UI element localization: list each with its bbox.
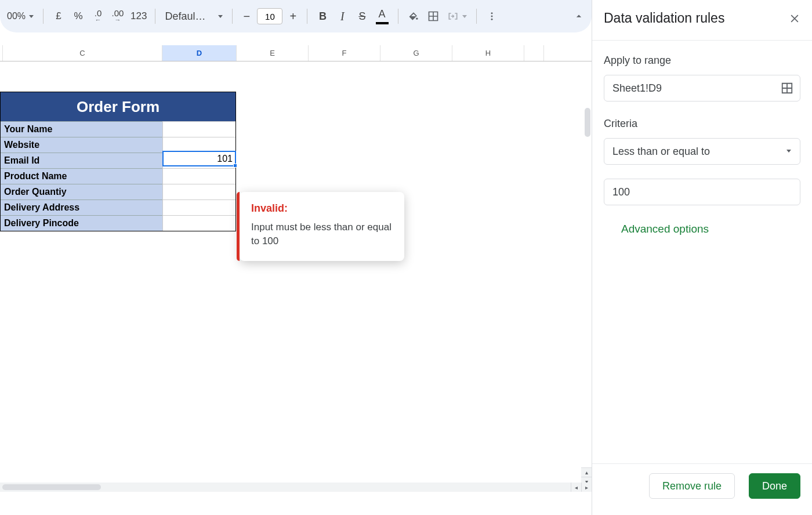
order-form-value-cell[interactable] [162, 184, 235, 200]
vertical-scrollbar-thumb[interactable] [585, 108, 590, 137]
order-form-row: Website [1, 137, 235, 153]
order-form-value-cell[interactable] [162, 137, 235, 153]
arrow-right-icon: → [115, 17, 121, 23]
more-toolbar-button[interactable] [483, 7, 501, 26]
remove-rule-button[interactable]: Remove rule [649, 473, 735, 499]
close-icon [789, 13, 800, 24]
caret-down-icon [218, 15, 223, 18]
caret-down-icon [786, 150, 791, 153]
svg-point-0 [416, 18, 418, 20]
order-form-value-cell[interactable] [162, 215, 235, 231]
decrease-decimal-button[interactable]: .0 ← [89, 7, 107, 26]
column-header-C[interactable]: C [3, 45, 162, 61]
text-color-letter: A [378, 8, 385, 20]
scroll-left-button[interactable]: ◂ [571, 483, 581, 492]
close-panel-button[interactable] [789, 13, 800, 24]
zoom-value: 00% [7, 11, 26, 21]
order-form-range: Order Form Your NameWebsiteEmail IdProdu… [0, 92, 236, 231]
currency-button[interactable]: £ [49, 7, 68, 26]
percent-button[interactable]: % [69, 7, 88, 26]
select-range-button[interactable] [781, 82, 793, 95]
font-family-dropdown[interactable]: Defaul… [161, 7, 226, 26]
zoom-dropdown[interactable]: 00% [3, 7, 37, 26]
column-header-G[interactable]: G [380, 45, 452, 61]
column-header-F[interactable]: F [309, 45, 380, 61]
criteria-label: Criteria [604, 118, 800, 130]
borders-icon [427, 10, 439, 22]
borders-button[interactable] [424, 7, 443, 26]
order-form-row: Delivery Pincode [1, 215, 235, 231]
horizontal-scrollbar-track[interactable] [0, 483, 581, 492]
apply-to-range-label: Apply to range [604, 55, 800, 67]
column-header-edge[interactable] [524, 45, 544, 61]
order-form-row: Your Name [1, 121, 235, 137]
spreadsheet-grid[interactable]: CDEFGH Order Form Your NameWebsiteEmail … [0, 32, 592, 515]
triangle-right-icon: ▸ [585, 484, 588, 491]
fill-color-button[interactable] [404, 7, 423, 26]
advanced-options-link[interactable]: Advanced options [621, 223, 709, 235]
order-form-row: Product Name [1, 168, 235, 184]
active-cell-value: 101 [217, 154, 233, 164]
italic-button[interactable]: I [333, 7, 351, 26]
criteria-threshold-input[interactable] [604, 179, 800, 205]
merge-cells-dropdown[interactable] [444, 7, 470, 26]
validation-error-tooltip: Invalid: Input must be less than or equa… [240, 192, 404, 261]
caret-down-icon [29, 15, 34, 18]
more-vertical-icon [487, 11, 497, 21]
svg-point-1 [491, 12, 493, 14]
font-family-value: Defaul… [165, 10, 215, 23]
triangle-left-icon: ◂ [575, 484, 578, 491]
svg-point-2 [491, 16, 493, 17]
toolbar-separator [155, 9, 155, 24]
scroll-up-button[interactable]: ▴ [581, 467, 592, 477]
column-header-H[interactable]: H [452, 45, 524, 61]
toolbar-separator [398, 9, 398, 24]
text-color-underline-icon [376, 22, 389, 24]
column-header-E[interactable]: E [237, 45, 309, 61]
order-form-title: Order Form [1, 92, 235, 121]
collapse-toolbar-button[interactable] [570, 7, 588, 26]
grid-icon [781, 82, 793, 95]
done-button[interactable]: Done [749, 473, 800, 499]
triangle-up-icon: ▴ [585, 469, 588, 476]
criteria-dropdown[interactable]: Less than or equal to [604, 138, 800, 165]
column-headers: CDEFGH [0, 45, 592, 61]
font-size-input[interactable] [257, 8, 282, 24]
order-form-label: Delivery Pincode [1, 215, 162, 231]
data-validation-panel: Data validation rules Apply to range Cri… [592, 0, 812, 515]
toolbar-separator [43, 9, 44, 24]
order-form-value-cell[interactable] [162, 168, 235, 184]
order-form-label: Email Id [1, 153, 162, 168]
scroll-right-button[interactable]: ▸ [581, 483, 592, 492]
order-form-label: Product Name [1, 168, 162, 184]
toolbar-separator [307, 9, 307, 24]
order-form-label: Order Quantiy [1, 184, 162, 200]
order-form-row: Order Quantiy [1, 184, 235, 200]
caret-down-icon [462, 15, 467, 18]
active-cell-d9[interactable]: 101 [162, 151, 236, 166]
chevron-up-icon [573, 10, 585, 22]
svg-point-3 [491, 19, 493, 20]
strikethrough-button[interactable]: S [353, 7, 371, 26]
increase-fontsize-button[interactable]: + [285, 10, 301, 23]
text-color-button[interactable]: A [372, 7, 392, 26]
order-form-value-cell[interactable] [162, 121, 235, 137]
cell-fill-handle[interactable] [233, 164, 237, 168]
column-header-D[interactable]: D [162, 45, 237, 61]
panel-title: Data validation rules [604, 10, 724, 26]
toolbar: 00% £ % .0 ← .00 → 123 Defaul… − [0, 0, 592, 32]
order-form-value-cell[interactable] [162, 200, 235, 215]
order-form-label: Delivery Address [1, 200, 162, 215]
toolbar-separator [476, 9, 477, 24]
number-format-button[interactable]: 123 [128, 7, 149, 26]
horizontal-scrollbar-thumb[interactable] [2, 484, 101, 490]
criteria-value: Less than or equal to [612, 146, 710, 158]
merge-cells-icon [447, 10, 459, 22]
order-form-label: Your Name [1, 121, 162, 137]
apply-to-range-input[interactable] [604, 75, 800, 101]
order-form-label: Website [1, 137, 162, 153]
bold-button[interactable]: B [313, 7, 332, 26]
increase-decimal-button[interactable]: .00 → [108, 7, 127, 26]
decrease-fontsize-button[interactable]: − [238, 10, 255, 23]
error-title: Invalid: [251, 202, 393, 215]
